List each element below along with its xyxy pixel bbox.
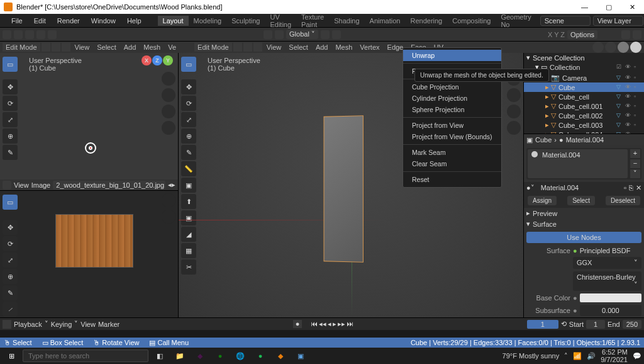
remove-material-button[interactable]: −	[630, 159, 640, 168]
play-button[interactable]: ▸	[333, 320, 336, 328]
cursor-tool-icon[interactable]	[14, 30, 23, 39]
blender-taskbar-icon[interactable]: ◆	[272, 349, 289, 363]
mat-unlink-icon[interactable]: ✕	[636, 184, 641, 192]
menu-mesh-2[interactable]: Mesh	[332, 43, 355, 52]
mat-new-icon[interactable]: ▫	[624, 184, 626, 191]
mark-seam-item[interactable]: Mark Seam	[403, 147, 501, 158]
img-move-tool[interactable]: ✥	[3, 220, 18, 235]
editor-type-icon-2[interactable]	[264, 30, 272, 39]
xray-icon[interactable]	[605, 42, 616, 53]
img-rotate-tool[interactable]: ⟳	[3, 236, 18, 251]
persp-icon-main[interactable]	[507, 121, 521, 135]
notifications-icon[interactable]: 💬	[633, 352, 641, 360]
mode-dropdown-mid[interactable]: Edit Mode	[194, 43, 232, 52]
img-image-menu[interactable]: Image	[31, 181, 51, 189]
shading-solid-icon[interactable]	[630, 42, 641, 53]
app-xbox-icon[interactable]: ●	[211, 349, 229, 363]
workspace-animation[interactable]: Animation	[365, 16, 406, 26]
use-nodes-button[interactable]: Use Nodes	[526, 232, 641, 243]
img-annotate-tool[interactable]: ✎	[3, 285, 18, 300]
explorer-icon[interactable]: 📁	[171, 349, 189, 363]
filter-icon[interactable]	[621, 30, 630, 39]
assign-button[interactable]: Assign	[528, 196, 557, 205]
move-tool-main[interactable]: ✥	[181, 79, 196, 94]
current-frame-field[interactable]: 1	[527, 320, 558, 329]
autokey-icon[interactable]: ●	[293, 320, 302, 328]
timeline-view-menu[interactable]: View	[80, 321, 96, 328]
tray-chevron-icon[interactable]: ˄	[564, 352, 568, 360]
img-transform-tool[interactable]: ⊕	[3, 269, 18, 284]
measure-tool[interactable]: 📏	[181, 161, 196, 176]
ggx-row[interactable]: GGX ˅	[524, 256, 644, 270]
menu-view-2[interactable]: View	[264, 43, 285, 52]
keying-menu[interactable]: Keying	[51, 321, 72, 328]
extrude-tool[interactable]: ⬆	[181, 194, 196, 209]
reset-item[interactable]: Reset	[403, 174, 501, 185]
transform-tool-main[interactable]: ⊕	[181, 128, 196, 144]
jump-start-button[interactable]: ⏮	[311, 320, 318, 328]
weather-widget[interactable]: 79°F Mostly sunny	[502, 352, 560, 360]
sphere-projection-item[interactable]: Sphere Projection	[403, 104, 501, 115]
chrome-icon[interactable]: 🌐	[231, 349, 249, 363]
addcube-tool[interactable]: ▣	[181, 178, 196, 193]
maximize-button[interactable]: ▢	[601, 2, 617, 13]
material-list[interactable]: Material.004 + − ˅	[526, 148, 641, 179]
menu-window[interactable]: Window	[86, 16, 121, 26]
timeline-editor-icon[interactable]	[3, 320, 11, 329]
pan-icon-main[interactable]	[507, 88, 521, 102]
knife-tool[interactable]: ✂	[181, 259, 196, 275]
taskbar-search-input[interactable]	[23, 350, 148, 362]
img-pan-icon[interactable]	[162, 210, 175, 224]
orientation-dropdown[interactable]: Global ˅	[286, 30, 318, 39]
menu-select-2[interactable]: Select	[286, 43, 311, 52]
img-zoom-icon[interactable]	[162, 193, 175, 207]
img-select-tool[interactable]: ▭	[3, 195, 18, 210]
minimize-button[interactable]: ―	[576, 2, 593, 13]
basecolor-row[interactable]: Base Color ●	[524, 292, 644, 304]
start-frame-field[interactable]: 1	[586, 320, 605, 329]
menu-view[interactable]: View	[72, 43, 93, 52]
end-frame-field[interactable]: 250	[623, 320, 641, 329]
outliner-item-cube-cell-001[interactable]: ▸ ▽Cube_cell.001▽👁▫	[524, 101, 644, 111]
scale-tool-main[interactable]: ⤢	[181, 112, 196, 127]
outliner-item-cube-cell[interactable]: ▸ ▽Cube_cell▽👁▫	[524, 92, 644, 101]
start-button[interactable]: ⊞	[3, 349, 20, 363]
preview-range-icon[interactable]: ⟲	[561, 320, 567, 328]
inset-tool[interactable]: ▣	[181, 210, 196, 225]
bevel-tool[interactable]: ◢	[181, 227, 196, 242]
menu-add-2[interactable]: Add	[313, 43, 331, 52]
pan-icon[interactable]	[162, 88, 175, 102]
shading-icon[interactable]	[618, 42, 629, 53]
workspace-sculpting[interactable]: Sculpting	[226, 16, 265, 26]
annotate-tool-main[interactable]: ✎	[181, 145, 196, 160]
img-view-menu[interactable]: View	[14, 181, 29, 189]
wifi-icon[interactable]: 📶	[573, 352, 582, 360]
camera-icon-main[interactable]	[507, 105, 521, 118]
new-collection-icon[interactable]	[633, 30, 641, 39]
mat-browse-icon[interactable]: ●˅	[526, 184, 535, 192]
select-mode-edge-icon[interactable]	[52, 43, 60, 52]
overlay-icon[interactable]	[592, 42, 604, 53]
select-mode-face-icon-2[interactable]	[253, 43, 262, 52]
img-sample-tool[interactable]: ⟋	[3, 302, 18, 317]
editor-type-image-icon[interactable]	[3, 181, 11, 190]
menu-file[interactable]: File	[6, 16, 28, 26]
rotate-tool[interactable]: ⟳	[3, 96, 18, 111]
burley-row[interactable]: Christensen-Burley ˅	[524, 270, 644, 292]
prev-key-button[interactable]: ◂◂	[319, 320, 326, 328]
play-reverse-button[interactable]: ◂	[328, 320, 331, 328]
snap-toggle-icon[interactable]	[332, 30, 341, 39]
menu-mesh[interactable]: Mesh	[140, 43, 164, 52]
cursor-tool-icon-2[interactable]	[275, 30, 284, 39]
task-view-icon[interactable]: ◧	[151, 349, 169, 363]
timeline-marker-menu[interactable]: Marker	[98, 321, 119, 328]
outliner-item-cube[interactable]: ▸ ▽Cube▽👁▫	[524, 82, 644, 92]
outliner-item-cube-cell-003[interactable]: ▸ ▽Cube_cell.003▽👁▫	[524, 120, 644, 130]
mat-copy-icon[interactable]: ⎘	[629, 184, 633, 191]
scene-collection-row[interactable]: ▾ Scene Collection	[524, 53, 644, 62]
move-tool[interactable]: ✥	[3, 79, 18, 94]
gizmo-icon[interactable]	[25, 30, 34, 39]
zoom-icon[interactable]	[162, 72, 175, 86]
menu-render[interactable]: Render	[52, 16, 85, 26]
select-mode-edge-icon-2[interactable]	[243, 43, 252, 52]
